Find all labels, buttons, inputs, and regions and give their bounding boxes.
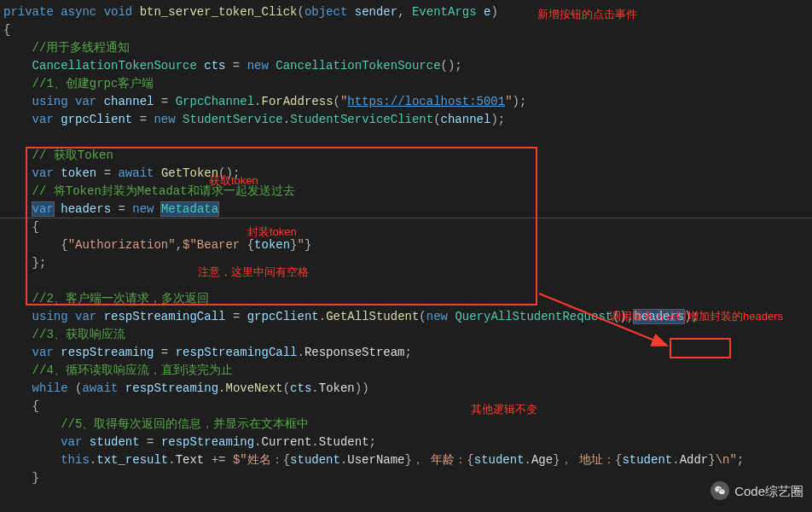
code-line[interactable]: {: [0, 21, 812, 39]
token: new: [154, 113, 175, 126]
token: txt_result: [96, 453, 168, 467]
token: object: [304, 5, 347, 19]
token: [3, 274, 10, 288]
token: .: [311, 381, 318, 395]
token: student: [622, 453, 672, 467]
token: Current: [262, 435, 312, 449]
token: ): [490, 5, 497, 19]
code-line[interactable]: {"Authorization",$"Bearer {token}"}: [0, 236, 812, 254]
code-line[interactable]: [0, 272, 812, 290]
token: ForAddress: [262, 95, 334, 108]
code-line[interactable]: //1、创建grpc客户端: [0, 75, 812, 93]
code-line[interactable]: [0, 129, 812, 147]
token: =: [111, 202, 132, 216]
token: //1、创建grpc客户端: [32, 77, 154, 90]
code-line[interactable]: using var respStreamingCall = grpcClient…: [0, 308, 812, 326]
token: grpcClient: [247, 310, 319, 323]
token: [3, 292, 32, 305]
token: [3, 184, 32, 198]
token: .: [319, 310, 326, 323]
code-editor[interactable]: private async void btn_server_token_Clic…: [0, 3, 812, 487]
token: StudentService: [183, 113, 283, 126]
token: ": [298, 238, 304, 252]
token: ;: [369, 435, 376, 449]
token: //3、获取响应流: [32, 328, 125, 341]
token: https://localhost:5001: [347, 95, 505, 108]
token: token: [254, 238, 290, 252]
token: {: [467, 453, 473, 467]
code-line[interactable]: CancellationTokenSource cts = new Cancel…: [0, 57, 812, 75]
token: // 将Token封装为Metadat和请求一起发送过去: [32, 184, 295, 198]
token: [3, 59, 32, 73]
token: UserName: [347, 453, 404, 467]
token: [3, 328, 32, 341]
code-line[interactable]: var headers = new Metadata: [0, 201, 812, 218]
code-line[interactable]: {: [0, 218, 812, 236]
token: Text: [176, 453, 205, 467]
token: ();: [218, 166, 240, 180]
token: new: [426, 310, 448, 323]
token: ;: [737, 453, 744, 467]
code-line[interactable]: //5、取得每次返回的信息，并显示在文本框中: [0, 416, 812, 433]
token: [3, 453, 61, 467]
code-line[interactable]: this.txt_result.Text += $"姓名：{student.Us…: [0, 451, 812, 469]
token: ;: [405, 346, 412, 359]
token: ": [505, 95, 512, 108]
token: [54, 202, 61, 216]
code-line[interactable]: using var channel = GrpcChannel.ForAddre…: [0, 93, 812, 111]
code-line[interactable]: var respStreaming = respStreamingCall.Re…: [0, 344, 812, 362]
token: respStreaming: [161, 435, 254, 449]
code-line[interactable]: //4、循环读取响应流，直到读完为止: [0, 362, 812, 380]
token: {: [3, 220, 39, 234]
token: student: [290, 453, 340, 467]
token: }: [3, 471, 39, 485]
token: [132, 5, 139, 19]
token: [54, 346, 61, 359]
token: [3, 148, 32, 162]
token: +=: [204, 453, 233, 467]
token: }: [405, 453, 412, 467]
token: var: [61, 435, 82, 449]
token: \n": [716, 453, 737, 467]
token: [3, 435, 61, 449]
token: =: [96, 166, 118, 180]
token: }: [290, 238, 297, 252]
code-line[interactable]: private async void btn_server_token_Clic…: [0, 3, 812, 21]
code-line[interactable]: var student = respStreaming.Current.Stud…: [0, 433, 812, 451]
code-line[interactable]: {: [0, 398, 812, 416]
code-line[interactable]: while (await respStreaming.MoveNext(cts.…: [0, 380, 812, 398]
code-line[interactable]: }: [0, 469, 812, 487]
code-line[interactable]: //用于多线程通知: [0, 39, 812, 57]
code-line[interactable]: // 获取Token: [0, 147, 812, 165]
token: cts: [290, 381, 311, 395]
token: Age: [531, 453, 553, 467]
token: //用于多线程通知: [32, 41, 130, 55]
token: respStreaming: [125, 381, 218, 395]
token: EventArgs: [412, 5, 477, 19]
token: [154, 166, 160, 180]
code-line[interactable]: //2、客户端一次请求，多次返回: [0, 290, 812, 308]
token: =: [154, 346, 175, 359]
token: MoveNext: [225, 381, 282, 395]
code-line[interactable]: var grpcClient = new StudentService.Stud…: [0, 111, 812, 129]
token: .: [311, 435, 318, 449]
token: // 获取Token: [32, 148, 113, 162]
token: (: [298, 5, 304, 19]
token: ResponseStream: [304, 346, 405, 359]
token: channel: [104, 95, 154, 108]
token: );: [513, 95, 527, 108]
token: [3, 95, 32, 108]
token: [54, 5, 61, 19]
token: token: [61, 166, 96, 180]
token: .: [283, 113, 290, 126]
code-line[interactable]: // 将Token封装为Metadat和请求一起发送过去: [0, 183, 812, 201]
token: (: [433, 113, 440, 126]
token: var: [32, 202, 54, 216]
watermark-text: Code综艺圈: [734, 482, 803, 500]
code-line[interactable]: //3、获取响应流: [0, 326, 812, 344]
token: {: [3, 23, 10, 37]
code-line[interactable]: var token = await GetToken();: [0, 165, 812, 183]
token: [3, 202, 32, 216]
code-line[interactable]: };: [0, 254, 812, 272]
token: );: [684, 310, 699, 323]
